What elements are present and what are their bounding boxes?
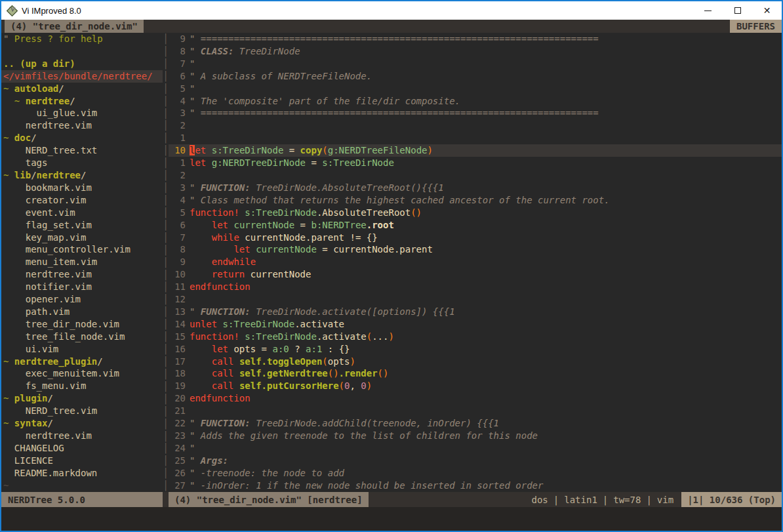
nerdtree-item[interactable]: nerdtree.vim	[3, 119, 163, 132]
statusline-separator: |	[597, 495, 613, 505]
token: "	[190, 46, 201, 56]
code-line[interactable]: 3" FUNCTION: TreeDirNode.AbsoluteTreeRoo…	[169, 182, 782, 194]
nerdtree-item[interactable]: .. (up a dir)	[3, 58, 163, 70]
buffers-label[interactable]: BUFFERS	[730, 20, 782, 33]
nerdtree-item[interactable]: fs_menu.vim	[3, 380, 163, 392]
tab-tree-dir-node[interactable]: (4) "tree_dir_node.vim"	[5, 20, 144, 33]
code-text: endfunction	[186, 281, 251, 293]
code-line[interactable]: 9" =====================================…	[169, 33, 782, 45]
code-line[interactable]: 5function! s:TreeDirNode.AbsoluteTreeRoo…	[169, 207, 782, 219]
nerdtree-item[interactable]: nerdtree.vim	[3, 268, 163, 281]
token: a:1	[306, 344, 322, 354]
command-line[interactable]	[1, 507, 782, 531]
code-line[interactable]: 21	[169, 405, 782, 417]
nerdtree-item[interactable]: bookmark.vim	[3, 182, 163, 194]
cursor-position-indicator: |1| 10/636 (Top)	[681, 492, 782, 507]
nerdtree-item[interactable]: ~ syntax/	[3, 417, 163, 430]
code-line[interactable]: 2	[169, 169, 782, 182]
code-text: call self.getNerdtree().render()	[186, 367, 388, 380]
code-line[interactable]: 12	[169, 293, 782, 306]
code-line[interactable]: 1let g:NERDTreeDirNode = s:TreeDirNode	[169, 157, 782, 169]
token: ()	[411, 207, 422, 218]
code-line[interactable]: 8 let currentNode = currentNode.parent	[169, 243, 782, 256]
line-number: 3	[169, 107, 186, 119]
nerdtree-item[interactable]: ~ nerdtree/	[3, 95, 163, 108]
code-line[interactable]: 13" FUNCTION: TreeDirNode.activate([opti…	[169, 306, 782, 318]
token: currentNode.parent != {}	[239, 232, 378, 243]
code-line[interactable]: 20endfunction	[169, 392, 782, 405]
nerdtree-item[interactable]: README.markdown	[3, 467, 163, 480]
nerdtree-item[interactable]: menu_controller.vim	[3, 243, 163, 256]
code-line[interactable]: 6" A subclass of NERDTreeFileNode.	[169, 70, 782, 83]
nerdtree-item[interactable]: exec_menuitem.vim	[3, 367, 163, 380]
code-line[interactable]: 9 endwhile	[169, 256, 782, 268]
nerdtree-item[interactable]	[3, 45, 163, 58]
token: function!	[190, 207, 239, 218]
nerdtree-item[interactable]: menu_item.vim	[3, 256, 163, 268]
nerdtree-item[interactable]: tree_file_node.vim	[3, 331, 163, 343]
code-line[interactable]: 25" Args:	[169, 455, 782, 467]
code-line[interactable]: 4" The 'composite' part of the file/dir …	[169, 95, 782, 108]
code-line[interactable]: 6 let currentNode = b:NERDTree.root	[169, 219, 782, 232]
code-line[interactable]: 3" =====================================…	[169, 107, 782, 119]
code-line[interactable]: 15function! s:TreeDirNode.activate(...)	[169, 331, 782, 343]
code-line[interactable]: 11endfunction	[169, 281, 782, 293]
nerdtree-item[interactable]: ~ plugin/	[3, 392, 163, 405]
nerdtree-item[interactable]: notifier.vim	[3, 281, 163, 293]
nerdtree-item[interactable]: event.vim	[3, 207, 163, 219]
code-line[interactable]: 2	[169, 119, 782, 132]
code-text	[186, 132, 190, 144]
code-text: let g:NERDTreeDirNode = s:TreeDirNode	[186, 157, 394, 169]
nerdtree-item[interactable]: opener.vim	[3, 293, 163, 306]
nerdtree-item[interactable]: tree_dir_node.vim	[3, 318, 163, 331]
code-line[interactable]: 10 return currentNode	[169, 268, 782, 281]
token: menu_controller.vim	[3, 244, 130, 255]
nerdtree-item[interactable]: ~ lib/nerdtree/	[3, 169, 163, 182]
code-line[interactable]: 16 let opts = a:0 ? a:1 : {}	[169, 343, 782, 356]
code-line[interactable]: 26" -treenode: the node to add	[169, 467, 782, 480]
main-area: " Press ? for help.. (up a dir)</vimfile…	[1, 33, 782, 492]
nerdtree-item[interactable]: ~	[3, 480, 163, 492]
nerdtree-item[interactable]: path.vim	[3, 306, 163, 318]
code-line[interactable]: 1	[169, 132, 782, 144]
nerdtree-item[interactable]: " Press ? for help	[3, 33, 163, 45]
nerdtree-item[interactable]: tags	[3, 157, 163, 169]
token: FUNCTION:	[201, 306, 251, 317]
token: nerdtree_plugin	[14, 356, 97, 367]
code-line[interactable]: 4" Class method that returns the highest…	[169, 194, 782, 207]
nerdtree-item[interactable]: nerdtree.vim	[3, 430, 163, 442]
code-line[interactable]: 5"	[169, 83, 782, 95]
nerdtree-root-item[interactable]: </vimfiles/bundle/nerdtree/	[1, 70, 163, 83]
code-line[interactable]: 18 call self.getNerdtree().render()	[169, 367, 782, 380]
nerdtree-item[interactable]: creator.vim	[3, 194, 163, 207]
nerdtree-item[interactable]: NERD_tree.vim	[3, 405, 163, 417]
nerdtree-item[interactable]: flag_set.vim	[3, 219, 163, 232]
code-line[interactable]: 17 call self.toggleOpen(opts)	[169, 356, 782, 368]
code-line[interactable]: 27" -inOrder: 1 if the new node should b…	[169, 480, 782, 492]
nerdtree-item[interactable]: ~ autoload/	[3, 83, 163, 95]
token: ()	[328, 368, 339, 379]
nerdtree-item[interactable]: NERD_tree.txt	[3, 144, 163, 157]
code-line[interactable]: 24"	[169, 442, 782, 455]
window-separator[interactable]: │ │ │ │ │ │ │ │ │ │ │ │ │ │ │ │ │ │ │ │ …	[163, 33, 169, 492]
minimize-button[interactable]	[693, 1, 723, 20]
code-line[interactable]: 8" CLASS: TreeDirNode	[169, 45, 782, 58]
close-button[interactable]: ✕	[752, 1, 782, 20]
code-line[interactable]: 22" FUNCTION: TreeDirNode.addChild(treen…	[169, 417, 782, 430]
nerdtree-item[interactable]: LICENCE	[3, 455, 163, 467]
code-line[interactable]: 19 call self.putCursorHere(0, 0)	[169, 380, 782, 392]
token: TreeDirNode	[233, 46, 300, 56]
code-line-current[interactable]: 10let s:TreeDirNode = copy(g:NERDTreeFil…	[169, 144, 782, 157]
nerdtree-item[interactable]: ui.vim	[3, 343, 163, 356]
code-line[interactable]: 14unlet s:TreeDirNode.activate	[169, 318, 782, 331]
code-line[interactable]: 23" Adds the given treenode to the list …	[169, 430, 782, 442]
nerdtree-item[interactable]: ui_glue.vim	[3, 107, 163, 119]
code-line[interactable]: 7"	[169, 58, 782, 70]
code-line[interactable]: 7 while currentNode.parent != {}	[169, 232, 782, 244]
nerdtree-item[interactable]: key_map.vim	[3, 232, 163, 244]
code-text: " Args:	[186, 455, 228, 467]
maximize-button[interactable]	[723, 1, 752, 20]
nerdtree-item[interactable]: ~ doc/	[3, 132, 163, 144]
nerdtree-item[interactable]: CHANGELOG	[3, 442, 163, 455]
nerdtree-item[interactable]: ~ nerdtree_plugin/	[3, 356, 163, 368]
